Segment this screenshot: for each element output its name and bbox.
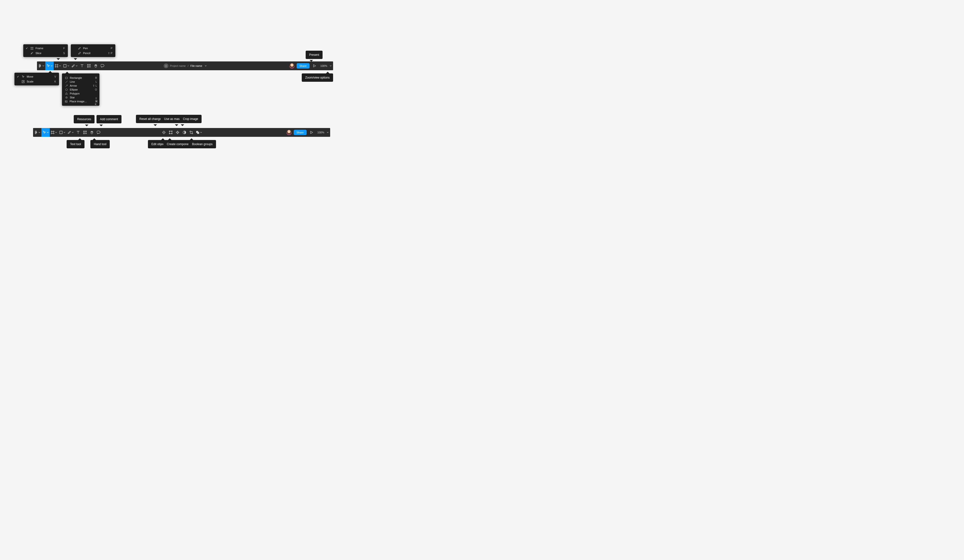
menu-item-line[interactable]: Line L [62, 80, 99, 84]
menu-item-label: Star [70, 96, 95, 99]
menu-item-pencil[interactable]: Pencil ⇧ P [71, 51, 116, 55]
file-title-group[interactable]: Project name / File name [163, 62, 207, 70]
menu-item-slice[interactable]: Slice S [23, 51, 68, 55]
hand-tool-button[interactable] [92, 62, 99, 70]
zoom-value[interactable]: 100% [320, 64, 327, 67]
play-icon [313, 64, 316, 68]
zoom-value[interactable]: 100% [318, 131, 324, 134]
tooltip-pointer [326, 72, 329, 73]
chevron-down-icon [76, 65, 78, 67]
figma-logo-icon [34, 130, 38, 135]
menu-item-shortcut: ⇧ L [93, 84, 97, 87]
avatar[interactable] [289, 63, 295, 68]
check-icon: ✓ [16, 75, 20, 78]
present-button[interactable] [309, 128, 314, 137]
use-as-mask-button[interactable] [181, 128, 188, 137]
pen-icon [71, 64, 75, 68]
tooltip-label: Reset all changes [139, 117, 163, 121]
arrow-icon [65, 84, 68, 87]
menu-item-shortcut: ⇧ P [108, 52, 112, 55]
resources-button[interactable] [85, 62, 92, 70]
star-icon [65, 96, 68, 99]
tooltip-pointer [153, 124, 157, 126]
shape-tool-button[interactable] [62, 62, 70, 70]
chevron-down-icon[interactable] [330, 64, 332, 67]
move-tool-dropdown: ✓ Move V Scale K [15, 73, 59, 85]
chevron-down-icon [67, 65, 69, 67]
frame-tool-button[interactable] [50, 128, 58, 137]
pen-icon [78, 47, 81, 50]
rectangle-icon [65, 76, 68, 79]
create-component-button[interactable] [174, 128, 181, 137]
pen-tool-button[interactable] [67, 128, 75, 137]
text-icon [76, 130, 80, 135]
figma-menu-button[interactable] [37, 62, 45, 70]
check-icon: ✓ [25, 47, 28, 50]
cursor-icon [46, 64, 50, 68]
menu-item-pen[interactable]: Pen P [71, 46, 116, 51]
menu-item-shortcut: ⇧ ⌘ K [95, 97, 98, 106]
menu-item-label: Move [27, 75, 52, 78]
tooltip-text-tool: Text tool [67, 140, 85, 148]
edit-object-button[interactable] [167, 128, 174, 137]
chevron-down-icon [51, 65, 53, 67]
avatar[interactable] [286, 130, 292, 135]
svg-rect-0 [64, 65, 67, 67]
menu-item-label: Rectangle [70, 76, 93, 79]
text-tool-button[interactable] [75, 128, 81, 137]
present-button[interactable] [311, 62, 318, 70]
shape-tool-dropdown: Rectangle R Line L Arrow ⇧ L Ellipse O P… [62, 73, 99, 106]
figma-menu-button[interactable] [33, 128, 41, 137]
tooltip-pointer [181, 124, 184, 126]
frame-icon [30, 47, 34, 50]
share-button[interactable]: Share [296, 63, 309, 68]
cursor-icon [21, 75, 25, 78]
mask-icon [182, 130, 186, 135]
menu-item-polygon[interactable]: Polygon [62, 91, 99, 96]
tooltip-present: Present [306, 51, 322, 59]
menu-item-shortcut: S [63, 52, 65, 55]
polygon-icon [65, 92, 68, 95]
text-tool-button[interactable] [79, 62, 85, 70]
menu-item-label: Slice [36, 52, 61, 55]
menu-item-frame[interactable]: ✓ Frame F [23, 46, 68, 51]
share-button[interactable]: Share [294, 130, 307, 135]
menu-item-ellipse[interactable]: Ellipse O [62, 88, 99, 91]
menu-item-place-image[interactable]: Place image… ⇧ ⌘ K [62, 99, 99, 103]
chevron-down-icon [39, 131, 41, 133]
menu-item-move[interactable]: ✓ Move V [15, 74, 59, 79]
chevron-down-icon[interactable] [327, 131, 329, 134]
tooltip-label: Create component [167, 143, 191, 146]
tooltip-label: Zoom/view options [305, 76, 330, 79]
shape-tool-button[interactable] [58, 128, 67, 137]
frame-tool-button[interactable] [54, 62, 62, 70]
menu-item-star[interactable]: Star [62, 96, 99, 99]
tooltip-pointer [309, 60, 313, 62]
comment-tool-button[interactable] [95, 128, 102, 137]
dropdown-pointer [49, 71, 52, 73]
menu-item-shortcut: F [64, 47, 65, 50]
resources-button[interactable] [81, 128, 88, 137]
crop-image-button[interactable] [188, 128, 195, 137]
pen-tool-button[interactable] [70, 62, 79, 70]
menu-item-scale[interactable]: Scale K [15, 79, 59, 84]
slice-icon [30, 52, 34, 55]
chevron-down-icon [205, 65, 207, 67]
boolean-groups-button[interactable] [195, 128, 203, 137]
menu-item-rectangle[interactable]: Rectangle R [62, 76, 99, 80]
crop-icon [189, 130, 193, 135]
comment-tool-button[interactable] [99, 62, 106, 70]
tooltip-label: Crop image [183, 117, 198, 121]
image-icon [65, 100, 68, 103]
component-icon [176, 130, 179, 135]
figma-logo-icon [38, 64, 42, 68]
svg-rect-23 [197, 132, 199, 134]
reset-icon [162, 130, 166, 135]
hand-tool-button[interactable] [88, 128, 95, 137]
move-tool-button[interactable] [41, 128, 50, 137]
reset-changes-button[interactable] [160, 128, 167, 137]
menu-item-arrow[interactable]: Arrow ⇧ L [62, 84, 99, 88]
move-tool-button[interactable] [45, 62, 54, 70]
tooltip-pointer [161, 138, 164, 140]
rectangle-icon [63, 64, 67, 68]
